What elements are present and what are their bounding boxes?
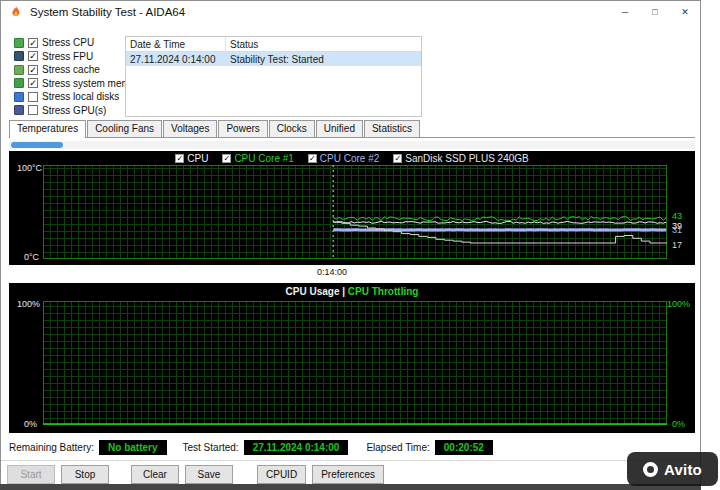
usage-title-separator: | [342, 286, 345, 297]
close-button[interactable]: ✕ [670, 1, 700, 23]
button-row: Start Stop Clear Save CPUID Preferences [7, 465, 384, 484]
legend-item-cpu: ✓ CPU [175, 153, 208, 164]
legend-core1-checkbox[interactable]: ✓ [222, 154, 231, 163]
stress-gpu-checkbox[interactable] [28, 105, 38, 115]
legend-ssd-label: SanDisk SSD PLUS 240GB [405, 153, 528, 164]
usage-y-min-left: 0% [24, 419, 37, 429]
svg-text:17: 17 [672, 240, 682, 250]
aida64-flame-icon [9, 5, 23, 19]
usage-y-max-left: 100% [17, 299, 40, 309]
bottom-separator [1, 460, 700, 461]
temp-x-axis-marker: 0:14:00 [317, 267, 347, 277]
tab-voltages[interactable]: Voltages [163, 120, 217, 137]
throttle-y-min-right: 0% [672, 419, 685, 429]
temperature-plot: 43393117 [43, 165, 695, 259]
legend-core2-label: CPU Core #2 [320, 153, 379, 164]
usage-plot [43, 301, 667, 425]
stress-disks-label: Stress local disks [42, 91, 119, 102]
legend-item-cpu-core2: ✓ CPU Core #2 [308, 153, 379, 164]
tab-cooling-fans[interactable]: Cooling Fans [87, 120, 162, 137]
window-title: System Stability Test - AIDA64 [30, 6, 185, 18]
svg-text:43: 43 [672, 211, 682, 221]
disk-icon [14, 92, 24, 102]
fpu-icon [14, 51, 24, 61]
column-header-datetime[interactable]: Date & Time [126, 37, 226, 51]
aida64-window: System Stability Test - AIDA64 ─ □ ✕ ✓ S… [0, 0, 701, 485]
usage-title-left: CPU Usage [286, 286, 340, 297]
tab-unified[interactable]: Unified [316, 120, 363, 137]
stress-fpu-checkbox[interactable]: ✓ [28, 51, 38, 61]
temp-y-min-label: 0°C [24, 252, 39, 262]
legend-ssd-checkbox[interactable]: ✓ [393, 154, 402, 163]
legend-core1-label: CPU Core #1 [234, 153, 293, 164]
tab-powers[interactable]: Powers [218, 120, 267, 137]
usage-graph-title: CPU Usage | CPU Throttling [9, 286, 695, 297]
cpuid-button[interactable]: CPUID [257, 465, 306, 484]
legend-cpu-checkbox[interactable]: ✓ [175, 154, 184, 163]
test-started-label: Test Started: [183, 442, 239, 453]
stress-cache-label: Stress cache [42, 64, 100, 75]
legend-item-cpu-core1: ✓ CPU Core #1 [222, 153, 293, 164]
avito-watermark-label: Avito [664, 461, 702, 478]
stress-cache-checkbox[interactable]: ✓ [28, 65, 38, 75]
minimize-button[interactable]: ─ [610, 1, 640, 23]
memory-icon [14, 78, 24, 88]
stress-cpu-label: Stress CPU [42, 37, 94, 48]
usage-title-right: CPU Throttling [348, 286, 419, 297]
temp-graph-legend: ✓ CPU ✓ CPU Core #1 ✓ CPU Core #2 ✓ SanD… [9, 153, 695, 164]
log-row[interactable]: 27.11.2024 0:14:00 Stability Test: Start… [126, 52, 421, 66]
gpu-icon [14, 105, 24, 115]
test-log-table: Date & Time Status 27.11.2024 0:14:00 St… [125, 36, 422, 117]
svg-text:31: 31 [672, 225, 682, 235]
cache-icon [14, 65, 24, 75]
graph-scrollbar-thumb[interactable] [11, 142, 63, 148]
legend-core2-checkbox[interactable]: ✓ [308, 154, 317, 163]
avito-logo-icon [643, 462, 658, 477]
throttle-y-max-right: 100% [667, 299, 690, 309]
graph-tabs: Temperatures Cooling Fans Voltages Power… [9, 120, 695, 138]
bottom-dark-strip [0, 484, 701, 490]
stress-fpu-label: Stress FPU [42, 51, 93, 62]
maximize-button[interactable]: □ [640, 1, 670, 23]
test-started-value: 27.11.2024 0:14:00 [244, 440, 349, 455]
stress-disks-checkbox[interactable] [28, 92, 38, 102]
start-button[interactable]: Start [7, 465, 55, 484]
temp-y-max-label: 100°C [17, 163, 42, 173]
clear-button[interactable]: Clear [131, 465, 179, 484]
battery-value: No battery [99, 440, 166, 455]
preferences-button[interactable]: Preferences [312, 465, 384, 484]
column-header-status[interactable]: Status [226, 39, 421, 50]
tab-temperatures[interactable]: Temperatures [9, 120, 86, 138]
log-row-datetime: 27.11.2024 0:14:00 [126, 54, 226, 65]
tab-statistics[interactable]: Statistics [364, 120, 420, 137]
tab-clocks[interactable]: Clocks [269, 120, 315, 137]
stress-memory-checkbox[interactable]: ✓ [28, 78, 38, 88]
save-button[interactable]: Save [185, 465, 233, 484]
log-row-status: Stability Test: Started [226, 54, 421, 65]
stop-button[interactable]: Stop [61, 465, 109, 484]
legend-item-ssd: ✓ SanDisk SSD PLUS 240GB [393, 153, 528, 164]
battery-label: Remaining Battery: [9, 442, 94, 453]
cpu-icon [14, 38, 24, 48]
elapsed-time-value: 00:20:52 [435, 440, 493, 455]
legend-cpu-label: CPU [187, 153, 208, 164]
stress-gpu-label: Stress GPU(s) [42, 105, 106, 116]
temperature-graph-panel: ✓ CPU ✓ CPU Core #1 ✓ CPU Core #2 ✓ SanD… [9, 151, 695, 265]
avito-watermark: Avito [627, 452, 718, 486]
elapsed-time-label: Elapsed Time: [366, 442, 429, 453]
usage-graph-panel: CPU Usage | CPU Throttling 100% 0% 100% … [9, 283, 695, 433]
graph-scrollbar-track[interactable] [9, 141, 695, 149]
title-bar: System Stability Test - AIDA64 ─ □ ✕ [1, 1, 700, 23]
stress-cpu-checkbox[interactable]: ✓ [28, 38, 38, 48]
log-table-header: Date & Time Status [126, 37, 421, 52]
status-bar: Remaining Battery: No battery Test Start… [9, 439, 493, 455]
